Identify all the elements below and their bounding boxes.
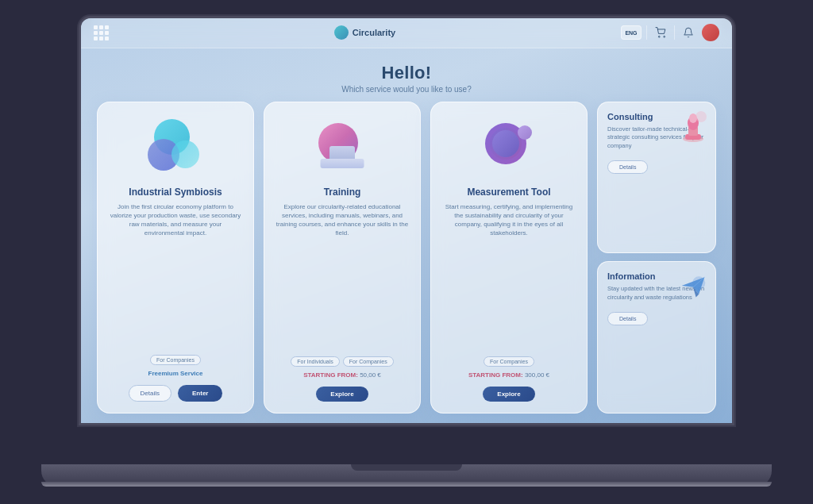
cart-button[interactable] bbox=[652, 24, 669, 41]
page-header: Hello! Which service would you like to u… bbox=[97, 63, 716, 94]
laptop-wrapper: Circularity ENG He bbox=[41, 18, 772, 487]
screen-content: Circularity ENG He bbox=[81, 18, 732, 423]
mt-price: STARTING FROM: 300,00 € bbox=[468, 371, 549, 379]
training-tags: For Individuals For Companies bbox=[291, 356, 393, 367]
card-industrial-symbiosis: Industrial Symbiosis Join the first circ… bbox=[97, 102, 254, 414]
training-price-label: STARTING FROM: bbox=[303, 371, 358, 379]
consulting-actions: Details bbox=[607, 158, 706, 174]
page-subtitle: Which service would you like to use? bbox=[97, 85, 716, 94]
laptop-screen: Circularity ENG He bbox=[81, 18, 732, 423]
grid-icon[interactable] bbox=[94, 25, 109, 40]
is-details-button[interactable]: Details bbox=[129, 385, 171, 402]
main-content: Hello! Which service would you like to u… bbox=[81, 48, 732, 423]
mt-price-label: STARTING FROM: bbox=[468, 371, 523, 379]
mt-tag-companies: For Companies bbox=[484, 356, 534, 367]
svg-point-7 bbox=[689, 113, 697, 123]
information-icon bbox=[679, 271, 707, 300]
laptop-base bbox=[41, 464, 772, 487]
training-icon bbox=[314, 119, 370, 175]
training-price: STARTING FROM: 50,00 € bbox=[303, 371, 381, 379]
bell-button[interactable] bbox=[680, 24, 697, 41]
mt-actions: Explore bbox=[442, 387, 576, 402]
training-desc: Explore our circularity-related educatio… bbox=[275, 202, 409, 350]
nav-left bbox=[94, 25, 109, 40]
svg-point-0 bbox=[658, 36, 660, 37]
nav-divider bbox=[646, 25, 647, 40]
nav-logo[interactable]: Circularity bbox=[334, 25, 395, 40]
is-actions: Details Enter bbox=[109, 385, 242, 402]
information-actions: Details bbox=[607, 310, 706, 325]
logo-text: Circularity bbox=[353, 28, 395, 37]
mt-icon bbox=[481, 119, 537, 175]
card-training: Training Explore our circularity-related… bbox=[264, 102, 421, 414]
navbar: Circularity ENG bbox=[81, 18, 732, 48]
information-details-button[interactable]: Details bbox=[607, 312, 648, 325]
right-col: Consulting Discover tailor-made technica… bbox=[597, 102, 716, 414]
mt-inner bbox=[492, 130, 519, 157]
page-title: Hello! bbox=[97, 63, 716, 83]
is-desc: Join the first circular economy platform… bbox=[109, 202, 242, 348]
training-hat-top bbox=[329, 146, 355, 159]
mt-explore-button[interactable]: Explore bbox=[483, 387, 534, 402]
is-freemium: Freemium Service bbox=[148, 370, 203, 377]
training-hat-brim bbox=[321, 159, 364, 168]
training-title: Training bbox=[324, 187, 361, 198]
mt-price-value: 300,00 € bbox=[525, 371, 549, 379]
consulting-details-button[interactable]: Details bbox=[607, 160, 648, 174]
mt-desc: Start measuring, certifying, and impleme… bbox=[442, 202, 576, 350]
is-tags: For Companies bbox=[150, 355, 201, 365]
card-information: Information Stay updated with the latest… bbox=[597, 261, 716, 414]
training-icon-area bbox=[310, 115, 374, 179]
training-actions: Explore bbox=[275, 387, 409, 402]
mt-icon-area bbox=[477, 115, 541, 179]
avatar[interactable] bbox=[702, 24, 719, 41]
is-icon bbox=[148, 119, 203, 175]
mt-tags: For Companies bbox=[484, 356, 534, 367]
card-consulting: Consulting Discover tailor-made technica… bbox=[597, 102, 716, 254]
consulting-icon bbox=[679, 110, 707, 139]
mt-title: Measurement Tool bbox=[467, 187, 550, 198]
is-icon-area bbox=[144, 115, 207, 179]
card-measurement-tool: Measurement Tool Start measuring, certif… bbox=[430, 102, 588, 414]
is-enter-button[interactable]: Enter bbox=[178, 385, 222, 402]
bell-icon bbox=[683, 27, 694, 38]
logo-circle-icon bbox=[334, 25, 349, 40]
training-explore-button[interactable]: Explore bbox=[316, 387, 368, 402]
is-title: Industrial Symbiosis bbox=[129, 187, 222, 198]
nav-divider2 bbox=[674, 25, 675, 40]
is-circle3 bbox=[171, 140, 199, 168]
training-tag-companies: For Companies bbox=[343, 356, 394, 367]
training-price-value: 50,00 € bbox=[360, 371, 381, 379]
svg-point-6 bbox=[695, 111, 707, 122]
training-tag-individuals: For Individuals bbox=[291, 356, 340, 367]
mt-small bbox=[518, 125, 532, 140]
svg-point-1 bbox=[664, 36, 665, 37]
nav-right: ENG bbox=[621, 24, 719, 41]
chess-piece-icon bbox=[679, 110, 707, 142]
is-tag-companies: For Companies bbox=[150, 355, 201, 365]
paper-plane-icon bbox=[679, 271, 707, 300]
cart-icon bbox=[655, 27, 666, 38]
lang-button[interactable]: ENG bbox=[621, 25, 642, 40]
cards-row: Industrial Symbiosis Join the first circ… bbox=[97, 102, 716, 414]
